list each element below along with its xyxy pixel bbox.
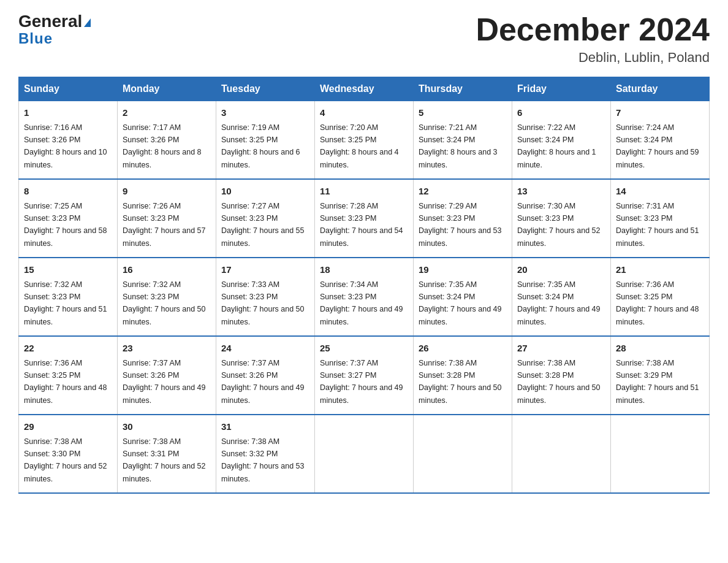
calendar-cell: 5 Sunrise: 7:21 AMSunset: 3:24 PMDayligh… xyxy=(414,101,512,180)
day-info: Sunrise: 7:31 AMSunset: 3:23 PMDaylight:… xyxy=(616,202,699,248)
day-number: 6 xyxy=(517,106,605,120)
week-row: 15 Sunrise: 7:32 AMSunset: 3:23 PMDaylig… xyxy=(19,258,710,336)
day-number: 4 xyxy=(320,106,408,120)
day-info: Sunrise: 7:33 AMSunset: 3:23 PMDaylight:… xyxy=(221,280,305,326)
col-sunday: Sunday xyxy=(19,77,118,101)
day-info: Sunrise: 7:37 AMSunset: 3:27 PMDaylight:… xyxy=(320,359,403,405)
day-number: 21 xyxy=(616,263,704,277)
calendar-cell: 13 Sunrise: 7:30 AMSunset: 3:23 PMDaylig… xyxy=(512,179,611,258)
day-info: Sunrise: 7:16 AMSunset: 3:26 PMDaylight:… xyxy=(24,123,107,169)
col-saturday: Saturday xyxy=(611,77,710,101)
day-number: 3 xyxy=(221,106,309,120)
calendar-cell: 6 Sunrise: 7:22 AMSunset: 3:24 PMDayligh… xyxy=(512,101,611,180)
day-info: Sunrise: 7:38 AMSunset: 3:32 PMDaylight:… xyxy=(221,437,305,483)
calendar-cell: 12 Sunrise: 7:29 AMSunset: 3:23 PMDaylig… xyxy=(414,179,512,258)
calendar-cell: 17 Sunrise: 7:33 AMSunset: 3:23 PMDaylig… xyxy=(216,258,315,336)
calendar-cell xyxy=(315,415,414,493)
calendar-cell: 10 Sunrise: 7:27 AMSunset: 3:23 PMDaylig… xyxy=(216,179,315,258)
day-info: Sunrise: 7:28 AMSunset: 3:23 PMDaylight:… xyxy=(320,202,403,248)
day-info: Sunrise: 7:38 AMSunset: 3:29 PMDaylight:… xyxy=(616,359,699,405)
calendar-table: Sunday Monday Tuesday Wednesday Thursday… xyxy=(18,77,710,494)
day-number: 25 xyxy=(320,342,408,356)
day-info: Sunrise: 7:17 AMSunset: 3:26 PMDaylight:… xyxy=(123,123,202,169)
calendar-cell: 24 Sunrise: 7:37 AMSunset: 3:26 PMDaylig… xyxy=(216,336,315,415)
day-number: 17 xyxy=(221,263,309,277)
day-info: Sunrise: 7:37 AMSunset: 3:26 PMDaylight:… xyxy=(123,359,206,405)
day-number: 20 xyxy=(517,263,605,277)
calendar-cell: 11 Sunrise: 7:28 AMSunset: 3:23 PMDaylig… xyxy=(315,179,414,258)
calendar-cell: 7 Sunrise: 7:24 AMSunset: 3:24 PMDayligh… xyxy=(611,101,710,180)
calendar-header: Sunday Monday Tuesday Wednesday Thursday… xyxy=(19,77,710,101)
day-info: Sunrise: 7:38 AMSunset: 3:31 PMDaylight:… xyxy=(123,437,206,483)
day-info: Sunrise: 7:30 AMSunset: 3:23 PMDaylight:… xyxy=(517,202,601,248)
day-number: 16 xyxy=(123,263,211,277)
day-info: Sunrise: 7:38 AMSunset: 3:30 PMDaylight:… xyxy=(24,437,107,483)
col-monday: Monday xyxy=(118,77,216,101)
day-number: 14 xyxy=(616,185,704,199)
calendar-cell: 2 Sunrise: 7:17 AMSunset: 3:26 PMDayligh… xyxy=(118,101,216,180)
day-number: 9 xyxy=(123,185,211,199)
day-number: 8 xyxy=(24,185,112,199)
day-info: Sunrise: 7:20 AMSunset: 3:25 PMDaylight:… xyxy=(320,123,399,169)
calendar-cell: 20 Sunrise: 7:35 AMSunset: 3:24 PMDaylig… xyxy=(512,258,611,336)
calendar-cell: 3 Sunrise: 7:19 AMSunset: 3:25 PMDayligh… xyxy=(216,101,315,180)
calendar-title: December 2024 xyxy=(476,12,710,47)
day-number: 11 xyxy=(320,185,408,199)
calendar-cell: 19 Sunrise: 7:35 AMSunset: 3:24 PMDaylig… xyxy=(414,258,512,336)
calendar-cell: 8 Sunrise: 7:25 AMSunset: 3:23 PMDayligh… xyxy=(19,179,118,258)
title-area: December 2024 Deblin, Lublin, Poland xyxy=(476,12,710,66)
day-info: Sunrise: 7:25 AMSunset: 3:23 PMDaylight:… xyxy=(24,202,107,248)
day-info: Sunrise: 7:36 AMSunset: 3:25 PMDaylight:… xyxy=(24,359,107,405)
day-number: 26 xyxy=(419,342,507,356)
calendar-cell: 27 Sunrise: 7:38 AMSunset: 3:28 PMDaylig… xyxy=(512,336,611,415)
week-row: 8 Sunrise: 7:25 AMSunset: 3:23 PMDayligh… xyxy=(19,179,710,258)
day-info: Sunrise: 7:24 AMSunset: 3:24 PMDaylight:… xyxy=(616,123,699,169)
day-info: Sunrise: 7:32 AMSunset: 3:23 PMDaylight:… xyxy=(123,280,206,326)
day-header-row: Sunday Monday Tuesday Wednesday Thursday… xyxy=(19,77,710,101)
col-friday: Friday xyxy=(512,77,611,101)
calendar-cell: 9 Sunrise: 7:26 AMSunset: 3:23 PMDayligh… xyxy=(118,179,216,258)
day-number: 15 xyxy=(24,263,112,277)
day-info: Sunrise: 7:34 AMSunset: 3:23 PMDaylight:… xyxy=(320,280,403,326)
calendar-cell: 29 Sunrise: 7:38 AMSunset: 3:30 PMDaylig… xyxy=(19,415,118,493)
day-number: 29 xyxy=(24,420,112,434)
day-info: Sunrise: 7:21 AMSunset: 3:24 PMDaylight:… xyxy=(419,123,498,169)
day-info: Sunrise: 7:22 AMSunset: 3:24 PMDaylight:… xyxy=(517,123,596,169)
calendar-cell: 15 Sunrise: 7:32 AMSunset: 3:23 PMDaylig… xyxy=(19,258,118,336)
calendar-cell xyxy=(611,415,710,493)
day-info: Sunrise: 7:35 AMSunset: 3:24 PMDaylight:… xyxy=(419,280,502,326)
day-info: Sunrise: 7:38 AMSunset: 3:28 PMDaylight:… xyxy=(517,359,601,405)
logo: General Blue xyxy=(18,12,91,47)
day-info: Sunrise: 7:37 AMSunset: 3:26 PMDaylight:… xyxy=(221,359,305,405)
week-row: 22 Sunrise: 7:36 AMSunset: 3:25 PMDaylig… xyxy=(19,336,710,415)
logo-bottom: Blue xyxy=(18,30,53,47)
week-row: 29 Sunrise: 7:38 AMSunset: 3:30 PMDaylig… xyxy=(19,415,710,493)
calendar-cell: 14 Sunrise: 7:31 AMSunset: 3:23 PMDaylig… xyxy=(611,179,710,258)
day-number: 19 xyxy=(419,263,507,277)
day-info: Sunrise: 7:26 AMSunset: 3:23 PMDaylight:… xyxy=(123,202,206,248)
day-number: 1 xyxy=(24,106,112,120)
calendar-cell: 26 Sunrise: 7:38 AMSunset: 3:28 PMDaylig… xyxy=(414,336,512,415)
calendar-cell: 31 Sunrise: 7:38 AMSunset: 3:32 PMDaylig… xyxy=(216,415,315,493)
day-info: Sunrise: 7:27 AMSunset: 3:23 PMDaylight:… xyxy=(221,202,305,248)
calendar-cell: 21 Sunrise: 7:36 AMSunset: 3:25 PMDaylig… xyxy=(611,258,710,336)
page-header: General Blue December 2024 Deblin, Lubli… xyxy=(18,12,710,66)
day-number: 18 xyxy=(320,263,408,277)
day-info: Sunrise: 7:29 AMSunset: 3:23 PMDaylight:… xyxy=(419,202,502,248)
day-number: 24 xyxy=(221,342,309,356)
day-number: 5 xyxy=(419,106,507,120)
calendar-cell: 16 Sunrise: 7:32 AMSunset: 3:23 PMDaylig… xyxy=(118,258,216,336)
day-info: Sunrise: 7:38 AMSunset: 3:28 PMDaylight:… xyxy=(419,359,502,405)
day-number: 28 xyxy=(616,342,704,356)
week-row: 1 Sunrise: 7:16 AMSunset: 3:26 PMDayligh… xyxy=(19,101,710,180)
calendar-cell: 1 Sunrise: 7:16 AMSunset: 3:26 PMDayligh… xyxy=(19,101,118,180)
col-wednesday: Wednesday xyxy=(315,77,414,101)
day-info: Sunrise: 7:35 AMSunset: 3:24 PMDaylight:… xyxy=(517,280,601,326)
calendar-cell: 28 Sunrise: 7:38 AMSunset: 3:29 PMDaylig… xyxy=(611,336,710,415)
day-number: 27 xyxy=(517,342,605,356)
day-number: 30 xyxy=(123,420,211,434)
day-number: 12 xyxy=(419,185,507,199)
calendar-cell xyxy=(512,415,611,493)
calendar-cell: 4 Sunrise: 7:20 AMSunset: 3:25 PMDayligh… xyxy=(315,101,414,180)
calendar-cell: 25 Sunrise: 7:37 AMSunset: 3:27 PMDaylig… xyxy=(315,336,414,415)
